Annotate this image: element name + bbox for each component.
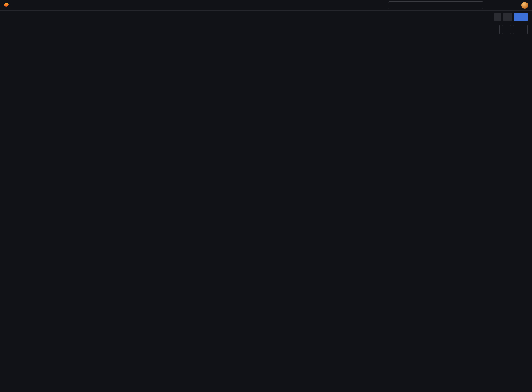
news-button[interactable] [503,1,510,9]
section-basic-cpu-mem-net-disk[interactable] [88,48,528,56]
share-button-group [514,13,528,21]
grafana-logo[interactable] [3,2,9,8]
add-button[interactable] [486,1,494,9]
refresh-button[interactable] [513,25,521,34]
zoom-out-button[interactable] [502,25,511,34]
edit-button[interactable] [494,13,501,21]
sidebar [0,11,83,392]
kiosk-button[interactable] [511,1,519,9]
top-navbar [0,0,532,11]
help-button[interactable] [494,1,502,9]
dashboard-toolbar [83,11,532,24]
share-dropdown-toggle[interactable] [521,13,528,21]
dashboard-body [83,35,532,392]
share-button[interactable] [514,13,521,21]
refresh-interval-dropdown[interactable] [521,25,527,34]
section-quick-cpu-mem-disk[interactable] [88,36,528,44]
refresh-group [513,25,528,34]
search-input[interactable] [388,1,483,9]
time-range-picker[interactable] [490,25,500,34]
section-cpu-memory-net-disk[interactable] [88,62,528,70]
dashboard-controls [83,24,532,35]
avatar[interactable] [521,2,528,9]
search-shortcut-badge [478,5,481,6]
export-button[interactable] [503,13,512,21]
sidebar-toggle-icon[interactable] [81,1,89,9]
star-button[interactable] [484,13,492,21]
